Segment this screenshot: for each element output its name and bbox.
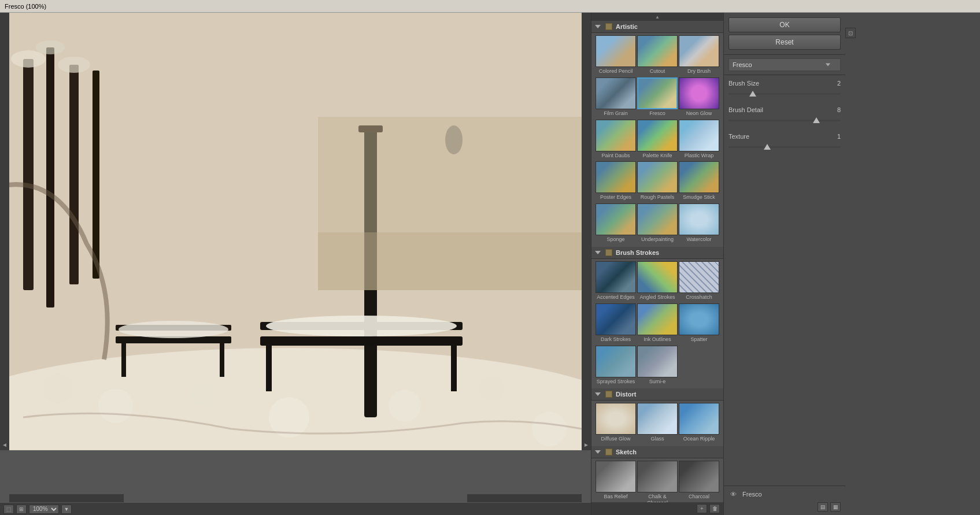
filter-item-poster-edges[interactable]: Poster Edges: [596, 161, 636, 202]
trash-icon[interactable]: ▦: [830, 502, 841, 512]
filter-item-smudge-stick[interactable]: Smudge Stick: [679, 161, 719, 202]
filter-thumb-palette-knife: [637, 120, 678, 151]
filter-name-charcoal: Charcoal: [679, 494, 719, 500]
scroll-right-arrow[interactable]: ►: [582, 13, 591, 450]
filter-item-accented-edges[interactable]: Accented Edges: [596, 261, 636, 302]
filter-item-diffuse-glow[interactable]: Diffuse Glow: [596, 403, 636, 444]
filter-name-plastic-wrap: Plastic Wrap: [679, 153, 719, 159]
texture-label: Texture: [728, 133, 749, 140]
svg-point-29: [532, 412, 567, 446]
filter-name-underpainting: Underpainting: [637, 236, 678, 243]
filter-item-watercolor[interactable]: Watercolor: [679, 203, 719, 244]
filter-item-neon-glow[interactable]: Neon Glow: [679, 77, 719, 118]
visibility-toggle[interactable]: 👁: [728, 490, 738, 499]
scroll-left-arrow[interactable]: ◄: [0, 13, 9, 450]
filter-item-angled-strokes[interactable]: Angled Strokes: [637, 261, 678, 302]
section-header-artistic[interactable]: Artistic: [591, 21, 723, 33]
svg-rect-19: [451, 345, 457, 391]
section-header-distort[interactable]: Distort: [591, 388, 723, 401]
filter-item-glass[interactable]: Glass: [637, 403, 678, 444]
filter-item-bas-relief[interactable]: Bas Relief: [596, 461, 636, 508]
filter-item-ocean-ripple[interactable]: Ocean Ripple: [679, 403, 719, 444]
filter-name-angled-strokes: Angled Strokes: [637, 294, 678, 301]
filter-item-rough-pastels[interactable]: Rough Pastels: [637, 161, 678, 202]
titlebar: Fresco (100%): [0, 0, 980, 13]
filter-item-colored-pencil[interactable]: Colored Pencil: [596, 35, 636, 76]
section-label: Artistic: [616, 23, 638, 30]
section-header-brush-strokes[interactable]: Brush Strokes: [591, 247, 723, 259]
filter-name-film-grain: Film Grain: [596, 110, 636, 117]
canvas-toolbar: ⬚ ⊞ 25% 50% 75% 100% 150% 200% ▼: [0, 502, 591, 515]
delete-effect-button[interactable]: 🗑: [709, 504, 720, 513]
filter-thumb-underpainting: [637, 203, 678, 235]
svg-rect-18: [266, 345, 272, 391]
filter-item-dry-brush[interactable]: Dry Brush: [679, 35, 719, 76]
brush-detail-slider[interactable]: [728, 116, 841, 125]
filter-item-paint-daubs[interactable]: Paint Daubs: [596, 120, 636, 161]
filter-item-charcoal[interactable]: Charcoal: [679, 461, 719, 508]
svg-point-24: [98, 388, 133, 423]
filter-thumb-crosshatch: [679, 261, 719, 293]
section-expand-icon: [595, 251, 601, 254]
filter-thumb-film-grain: [596, 77, 636, 109]
new-effect-button[interactable]: +: [697, 504, 707, 513]
filter-thumb-paint-daubs: [596, 120, 636, 151]
filter-thumb-ink-outlines: [637, 303, 678, 335]
top-buttons: OK Reset: [724, 13, 845, 55]
reset-button[interactable]: Reset: [728, 35, 841, 50]
ok-button[interactable]: OK: [728, 17, 841, 32]
actual-size-button[interactable]: ⊞: [16, 505, 27, 514]
filter-name-cutout: Cutout: [637, 68, 678, 75]
texture-slider[interactable]: [728, 142, 841, 151]
svg-rect-22: [318, 232, 582, 290]
filter-thumb-ocean-ripple: [679, 403, 719, 435]
expand-panel-icon[interactable]: ⊡: [845, 28, 856, 38]
filter-thumb-charcoal: [679, 461, 719, 492]
zoom-dropdown[interactable]: 25% 50% 75% 100% 150% 200%: [29, 505, 59, 514]
filter-name-rough-pastels: Rough Pastels: [637, 194, 678, 201]
filter-thumb-chalk-charcoal: [637, 461, 678, 492]
filter-thumb-rough-pastels: [637, 161, 678, 193]
filter-name-ink-outlines: Ink Outlines: [637, 336, 678, 343]
filter-item-crosshatch[interactable]: Crosshatch: [679, 261, 719, 302]
park-scene-svg: [0, 13, 582, 450]
filter-name-fresco: Fresco: [637, 110, 678, 117]
filter-thumb-poster-edges: [596, 161, 636, 193]
filter-item-palette-knife[interactable]: Palette Knife: [637, 120, 678, 161]
filter-name-poster-edges: Poster Edges: [596, 194, 636, 201]
filter-grid-brush-strokes: Accented EdgesAngled StrokesCrosshatchDa…: [591, 259, 723, 388]
filter-item-sprayed-strokes[interactable]: Sprayed Strokes: [596, 346, 636, 387]
filter-item-plastic-wrap[interactable]: Plastic Wrap: [679, 120, 719, 161]
filter-name-bas-relief: Bas Relief: [596, 494, 636, 500]
section-header-sketch[interactable]: Sketch: [591, 446, 723, 458]
svg-rect-5: [93, 71, 99, 279]
filter-item-chalk-charcoal[interactable]: Chalk & Charcoal: [637, 461, 678, 508]
brush-size-slider[interactable]: [728, 89, 841, 98]
horizontal-scrollbar[interactable]: [9, 494, 582, 502]
filter-thumb-angled-strokes: [637, 261, 678, 293]
new-layer-icon[interactable]: ▤: [818, 502, 828, 512]
brush-detail-control: Brush Detail 8: [728, 106, 841, 126]
filter-item-dark-strokes[interactable]: Dark Strokes: [596, 303, 636, 344]
section-expand-icon: [595, 450, 601, 454]
filter-scroll-up[interactable]: ▲: [591, 13, 723, 21]
filter-item-sumi-e[interactable]: Sumi-e: [637, 346, 678, 387]
filter-panel: ▲ Artistic Colored PencilCutoutDry Brush…: [591, 13, 724, 515]
section-label: Distort: [616, 391, 636, 398]
zoom-dropdown-arrow[interactable]: ▼: [61, 505, 72, 514]
svg-point-25: [191, 383, 214, 406]
filter-thumb-smudge-stick: [679, 161, 719, 193]
filter-dropdown[interactable]: Fresco Colored Pencil Cutout Dry Brush F…: [728, 58, 841, 71]
filter-item-sponge[interactable]: Sponge: [596, 203, 636, 244]
filter-name-diffuse-glow: Diffuse Glow: [596, 436, 636, 442]
filter-item-ink-outlines[interactable]: Ink Outlines: [637, 303, 678, 344]
right-panel: OK Reset Fresco Colored Pencil Cutout Dr…: [724, 13, 845, 515]
filter-item-fresco[interactable]: Fresco: [637, 77, 678, 118]
texture-value: 1: [837, 133, 841, 140]
filter-item-cutout[interactable]: Cutout: [637, 35, 678, 76]
fit-screen-button[interactable]: ⬚: [3, 505, 14, 514]
filter-selector: Fresco Colored Pencil Cutout Dry Brush F…: [724, 55, 845, 75]
filter-item-film-grain[interactable]: Film Grain: [596, 77, 636, 118]
filter-item-spatter[interactable]: Spatter: [679, 303, 719, 344]
filter-item-underpainting[interactable]: Underpainting: [637, 203, 678, 244]
